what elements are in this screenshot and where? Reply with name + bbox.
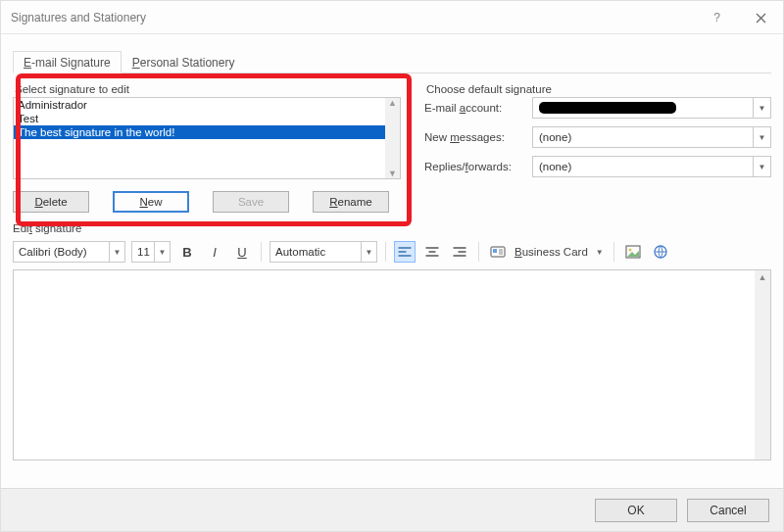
align-left-button[interactable] [394, 241, 416, 263]
insert-picture-button[interactable] [622, 241, 644, 263]
new-messages-select[interactable]: (none) ▼ [532, 126, 771, 148]
scroll-up-icon[interactable]: ▲ [759, 272, 767, 282]
select-signature-label: Select signature to edit [15, 83, 401, 95]
tab-personal-stationery[interactable]: Personal Stationery [122, 51, 246, 73]
rename-button[interactable]: Rename [313, 191, 389, 213]
cancel-button[interactable]: Cancel [687, 499, 769, 522]
close-button[interactable] [739, 1, 783, 34]
font-size-select[interactable]: 11 ▼ [131, 241, 171, 263]
align-center-button[interactable] [421, 241, 443, 263]
titlebar: Signatures and Stationery ? [1, 1, 783, 34]
replies-label: Replies/forwards: [424, 161, 532, 172]
list-item[interactable]: The best signature in the world! [14, 125, 385, 139]
align-right-button[interactable] [449, 241, 470, 263]
separator [478, 242, 479, 262]
chevron-down-icon[interactable]: ▼ [109, 242, 124, 262]
separator [261, 242, 262, 262]
svg-point-3 [628, 249, 631, 252]
chevron-down-icon[interactable]: ▼ [154, 242, 170, 262]
new-button[interactable]: New [113, 191, 189, 213]
business-card-label[interactable]: Business Card [514, 246, 588, 258]
separator [385, 242, 386, 262]
ok-button[interactable]: OK [595, 499, 677, 522]
separator [613, 242, 614, 262]
help-button[interactable]: ? [695, 1, 739, 34]
font-family-select[interactable]: Calibri (Body) ▼ [13, 241, 125, 263]
tab-email-signature[interactable]: E-mail Signature [13, 51, 122, 73]
chevron-down-icon[interactable]: ▼ [753, 157, 770, 176]
dialog-buttons: OK Cancel [1, 488, 783, 531]
signatures-dialog: Signatures and Stationery ? E-mail Signa… [0, 0, 784, 532]
replies-select[interactable]: (none) ▼ [532, 156, 771, 177]
scroll-up-icon[interactable]: ▲ [388, 98, 397, 108]
underline-button[interactable]: U [231, 241, 253, 263]
italic-button[interactable]: I [204, 241, 225, 263]
window-title: Signatures and Stationery [11, 11, 146, 24]
new-messages-label: New messages: [424, 131, 532, 143]
list-item[interactable]: Test [14, 112, 385, 125]
insert-hyperlink-button[interactable] [650, 241, 671, 263]
chevron-down-icon[interactable]: ▼ [753, 127, 770, 147]
bold-button[interactable]: B [176, 241, 198, 263]
business-card-icon[interactable] [487, 241, 509, 263]
save-button: Save [213, 191, 289, 213]
default-signature-label: Choose default signature [426, 83, 771, 95]
svg-rect-1 [493, 249, 497, 253]
editor-scrollbar[interactable]: ▲ [755, 270, 770, 459]
font-color-select[interactable]: Automatic ▼ [270, 241, 377, 263]
signature-editor[interactable]: ▲ [13, 269, 771, 460]
listbox-scrollbar[interactable]: ▲ ▼ [385, 98, 400, 178]
edit-signature-label: Edit signature [13, 222, 771, 234]
email-account-label: E-mail account: [424, 102, 532, 114]
edit-toolbar: Calibri (Body) ▼ 11 ▼ B I U Automatic ▼ [13, 238, 771, 266]
dropdown-icon[interactable]: ▼ [594, 241, 606, 263]
scroll-down-icon[interactable]: ▼ [388, 169, 397, 178]
tab-strip: E-mail Signature Personal Stationery [13, 50, 771, 73]
email-account-value-redacted [539, 102, 676, 114]
chevron-down-icon[interactable]: ▼ [753, 98, 770, 118]
chevron-down-icon[interactable]: ▼ [361, 242, 376, 262]
signature-listbox[interactable]: Administrador Test The best signature in… [13, 97, 401, 179]
delete-button[interactable]: Delete [13, 191, 89, 213]
email-account-select[interactable]: ▼ [532, 97, 771, 119]
list-item[interactable]: Administrador [14, 98, 385, 112]
